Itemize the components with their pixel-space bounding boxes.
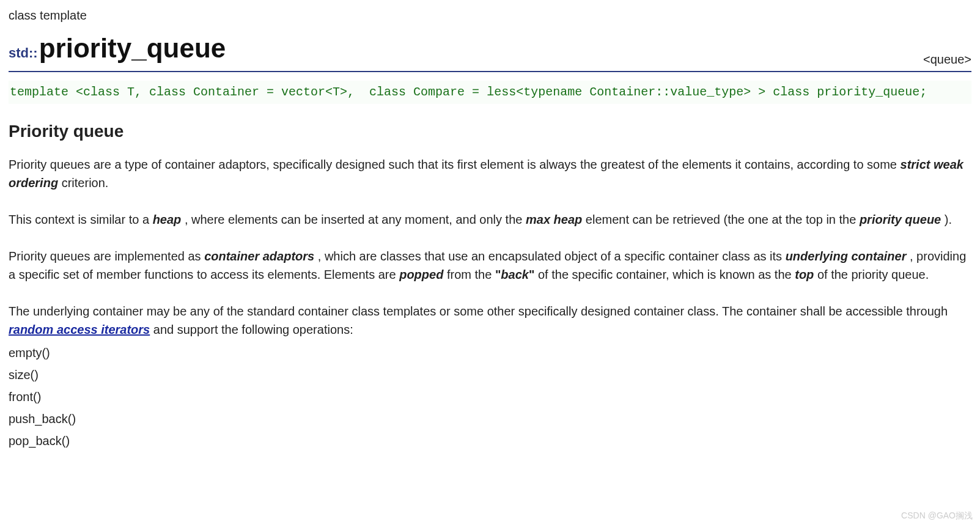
operations-list: empty() size() front() push_back() pop_b… [9, 342, 971, 451]
emphasis-container-adaptors: container adaptors [204, 249, 314, 263]
class-name: priority_queue [39, 28, 226, 68]
text: of the priority queue. [817, 268, 929, 281]
emphasis-priority-queue: priority queue [860, 213, 941, 226]
emphasis-popped: popped [399, 268, 443, 281]
paragraph-2: This context is similar to a heap , wher… [9, 210, 971, 229]
text: The underlying container may be any of t… [9, 304, 948, 318]
text: of the specific container, which is know… [538, 268, 795, 281]
header-include: <queue> [923, 50, 971, 68]
list-item: push_back() [9, 408, 971, 429]
paragraph-4: The underlying container may be any of t… [9, 302, 971, 339]
paragraph-1: Priority queues are a type of container … [9, 155, 971, 192]
title-row: std:: priority_queue <queue> [9, 28, 971, 72]
text: This context is similar to a [9, 213, 153, 226]
text: ). [945, 213, 952, 226]
template-declaration: template <class T, class Container = vec… [9, 81, 971, 104]
list-item: front() [9, 386, 971, 407]
paragraph-3: Priority queues are implemented as conta… [9, 247, 971, 284]
text: , where elements can be inserted at any … [185, 213, 526, 226]
text: from the [447, 268, 495, 281]
text: criterion. [62, 176, 109, 190]
text: Priority queues are a type of container … [9, 158, 901, 171]
list-item: pop_back() [9, 430, 971, 451]
text: , which are classes that use an encapsul… [318, 249, 786, 263]
text: Priority queues are implemented as [9, 249, 204, 263]
emphasis-heap: heap [153, 213, 182, 226]
page-title: Priority queue [9, 119, 971, 144]
list-item: empty() [9, 342, 971, 363]
class-template-label: class template [9, 6, 971, 24]
emphasis-back: back [501, 268, 529, 281]
quote-close: " [529, 268, 534, 281]
quote-open: " [495, 268, 501, 281]
list-item: size() [9, 364, 971, 385]
text: element can be retrieved (the one at the… [586, 213, 860, 226]
namespace: std:: [9, 43, 38, 63]
text: and support the following operations: [153, 323, 353, 336]
emphasis-max-heap: max heap [526, 213, 582, 226]
link-random-access-iterators[interactable]: random access iterators [9, 323, 150, 336]
emphasis-underlying-container: underlying container [786, 249, 907, 263]
emphasis-top: top [795, 268, 814, 281]
title-left: std:: priority_queue [9, 28, 226, 68]
